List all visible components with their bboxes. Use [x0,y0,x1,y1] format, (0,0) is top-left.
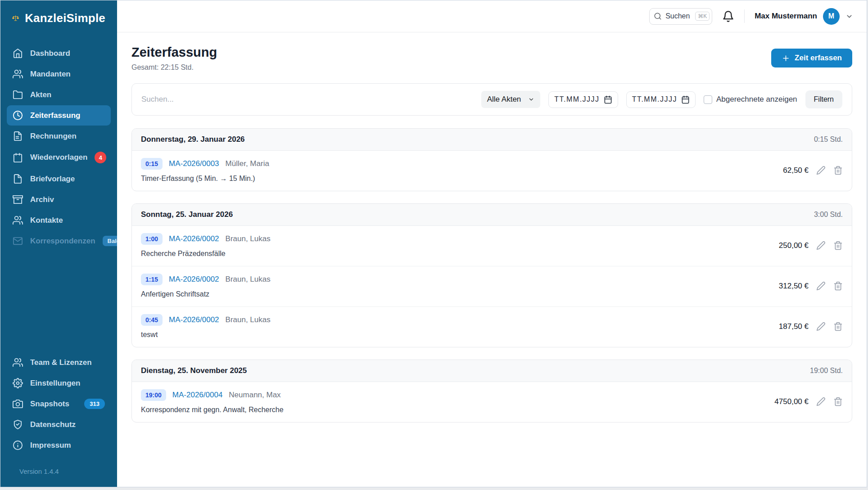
duration-badge: 0:45 [141,314,163,326]
client-name: Müller, Maria [226,159,269,168]
edit-icon[interactable] [816,397,826,406]
invoice-icon [13,131,23,141]
sidebar-item-mandanten[interactable]: Mandanten [7,64,111,84]
sidebar-item-briefvorlage[interactable]: Briefvorlage [7,169,111,189]
wiedervorlagen-count-badge: 4 [95,152,106,163]
bell-icon[interactable] [722,10,734,22]
case-link[interactable]: MA-2026/0002 [169,234,219,243]
day-group: Donnerstag, 29. Januar 2026 0:15 Std. 0:… [131,128,852,191]
sidebar-item-akten[interactable]: Akten [7,85,111,105]
filter-bar: Alle Akten TT.MM.JJJJ TT.MM.JJJJ Abgerec… [131,83,852,116]
sidebar-item-snapshots[interactable]: Snapshots 313 [7,394,111,414]
date-from-input[interactable]: TT.MM.JJJJ [548,91,618,108]
trash-icon[interactable] [833,166,843,175]
edit-icon[interactable] [816,281,826,291]
duration-badge: 19:00 [141,389,166,401]
day-group-total: 0:15 Std. [814,135,843,144]
contacts-icon [13,215,23,225]
entries-search-input[interactable] [141,95,473,104]
sidebar-item-korrespondenzen: Korrespondenzen Bald [7,231,111,251]
entry-description: Timer-Erfassung (5 Min. → 15 Min.) [141,175,269,183]
case-link[interactable]: MA-2026/0004 [172,391,223,400]
user-menu[interactable]: Max Mustermann M [755,8,853,25]
add-time-button[interactable]: Zeit erfassen [771,49,852,67]
day-group-total: 19:00 Std. [810,367,843,375]
sidebar-item-label: Briefvorlage [30,175,75,184]
archive-icon [13,194,23,205]
folder-icon [13,90,23,100]
trash-icon[interactable] [833,322,843,331]
time-entry: 1:00 MA-2026/0002 Braun, Lukas Recherche… [132,226,852,266]
calendar-icon [13,153,23,163]
case-link[interactable]: MA-2026/0002 [169,315,219,324]
content: Zeiterfassung Gesamt: 22:15 Std. Zeit er… [117,32,867,447]
add-time-button-label: Zeit erfassen [795,54,842,63]
trash-icon[interactable] [833,397,843,406]
case-link[interactable]: MA-2026/0002 [169,275,219,284]
day-group-header: Donnerstag, 29. Januar 2026 0:15 Std. [132,129,852,151]
user-name: Max Mustermann [755,12,817,21]
sidebar-item-wiedervorlagen[interactable]: Wiedervorlagen 4 [7,147,111,168]
case-filter-select[interactable]: Alle Akten [481,91,541,108]
info-icon [13,440,23,450]
sidebar-item-label: Impressum [30,441,71,450]
chevron-down-icon [845,13,853,20]
sidebar-item-label: Kontakte [30,216,63,225]
brand: KanzleiSimple [0,0,117,30]
day-group: Sonntag, 25. Januar 2026 3:00 Std. 1:00 … [131,203,852,347]
show-billed-checkbox[interactable] [704,95,712,104]
sidebar-bottom-nav: Team & Lizenzen Einstellungen Snapshots … [0,352,117,456]
global-search[interactable]: ⌘K [649,8,712,25]
client-name: Braun, Lukas [226,234,271,243]
case-filter-value: Alle Akten [487,95,521,104]
duration-badge: 0:15 [141,158,163,170]
sidebar-item-kontakte[interactable]: Kontakte [7,210,111,230]
clock-icon [13,110,23,121]
date-to-input[interactable]: TT.MM.JJJJ [626,91,696,108]
sidebar-item-team-lizenzen[interactable]: Team & Lizenzen [7,352,111,373]
calendar-icon[interactable] [604,95,612,104]
day-group-header: Dienstag, 25. November 2025 19:00 Std. [132,360,852,382]
scales-logo-icon [12,12,19,24]
shield-check-icon [13,419,23,430]
day-group: Dienstag, 25. November 2025 19:00 Std. 1… [131,360,852,423]
duration-badge: 1:00 [141,233,163,245]
entry-amount: 62,50 € [783,166,809,175]
sidebar-item-impressum[interactable]: Impressum [7,435,111,455]
sidebar-item-label: Zeiterfassung [30,111,80,120]
edit-icon[interactable] [816,241,826,250]
page-title: Zeiterfassung [131,45,217,60]
sidebar-item-dashboard[interactable]: Dashboard [7,43,111,63]
day-group-total: 3:00 Std. [814,211,843,219]
edit-icon[interactable] [816,166,826,175]
show-billed-checkbox-row[interactable]: Abgerechnete anzeigen [704,95,797,104]
sidebar-item-rechnungen[interactable]: Rechnungen [7,126,111,146]
mail-icon [13,236,23,246]
case-link[interactable]: MA-2026/0003 [169,159,219,168]
day-group-date: Donnerstag, 29. Januar 2026 [141,135,245,144]
team-icon [13,357,23,368]
trash-icon[interactable] [833,241,843,250]
avatar: M [823,8,840,25]
sidebar-item-label: Dashboard [30,49,70,58]
sidebar-item-label: Snapshots [30,400,69,409]
calendar-icon[interactable] [681,95,690,104]
sidebar-item-label: Mandanten [30,70,71,79]
search-icon [654,12,662,20]
edit-icon[interactable] [816,322,826,331]
sidebar-item-label: Team & Lizenzen [30,358,92,367]
sidebar-item-label: Einstellungen [30,379,80,388]
sidebar-item-archiv[interactable]: Archiv [7,189,111,210]
sidebar-item-einstellungen[interactable]: Einstellungen [7,373,111,393]
search-shortcut-kbd: ⌘K [695,12,710,21]
sidebar-item-zeiterfassung[interactable]: Zeiterfassung [7,105,111,126]
users-icon [13,69,23,79]
filter-button[interactable]: Filtern [805,90,842,108]
topbar-divider [744,9,745,23]
global-search-input[interactable] [665,12,692,20]
trash-icon[interactable] [833,281,843,291]
sidebar-item-datenschutz[interactable]: Datenschutz [7,414,111,435]
show-billed-label: Abgerechnete anzeigen [716,95,797,104]
sidebar-item-label: Datenschutz [30,420,76,429]
entry-amount: 250,00 € [779,241,809,250]
